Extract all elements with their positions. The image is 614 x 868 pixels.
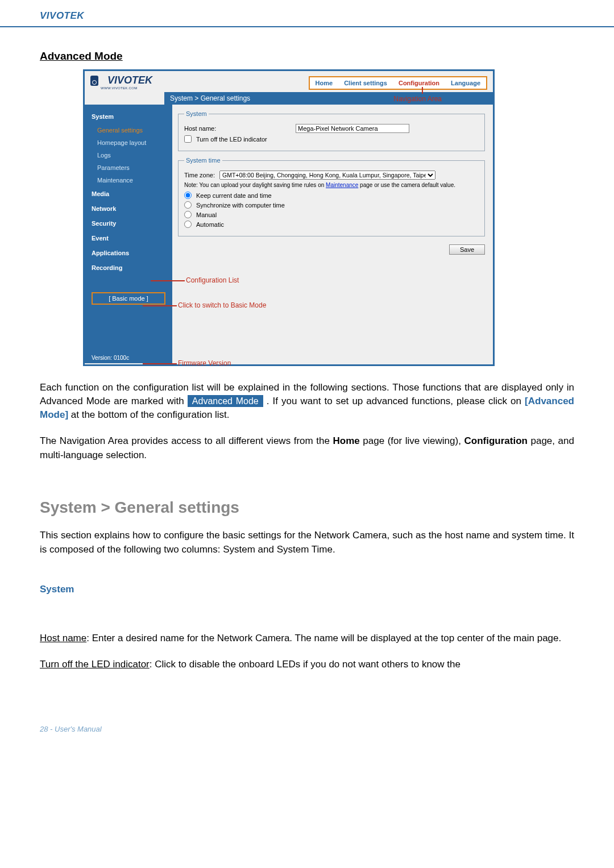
sidebar-item-homepage-layout[interactable]: Homepage layout [85,136,172,149]
led-checkbox[interactable] [184,135,192,143]
timezone-label: Time zone: [184,172,215,178]
logo-text: VIVOTEK [101,74,152,86]
page-content: Advanced Mode VIVOTEK WWW.VIVOTEK.COM Ho… [0,27,614,688]
section-title: Advanced Mode [40,50,574,63]
sidebar-item-recording[interactable]: Recording [85,260,172,275]
callout-configuration-list: Configuration List [186,276,239,284]
nav-language[interactable]: Language [445,77,486,89]
radio-auto-label: Automatic [196,221,224,228]
heading-system-general: System > General settings [40,496,574,519]
nav-client-settings[interactable]: Client settings [338,77,393,89]
sidebar-item-applications[interactable]: Applications [85,246,172,260]
sidebar-item-system[interactable]: System [85,109,172,124]
system-fieldset: System Host name: Turn off the LED indic… [178,110,485,151]
brand-text: VIVOTEK [40,10,84,21]
config-ui-screenshot: VIVOTEK WWW.VIVOTEK.COM Home Client sett… [83,69,495,366]
radio-keep-current[interactable] [184,192,192,199]
system-time-fieldset: System time Time zone: GMT+08:00 Beijing… [178,157,485,236]
ui-topbar: VIVOTEK WWW.VIVOTEK.COM Home Client sett… [85,71,493,92]
sidebar-item-security[interactable]: Security [85,216,172,231]
sidebar-item-logs[interactable]: Logs [85,149,172,161]
radio-manual[interactable] [184,211,192,218]
nav-area: Home Client settings Configuration Langu… [309,76,487,90]
callout-navigation-area: Navigation Area [393,95,442,103]
sidebar-item-general-settings[interactable]: General settings [85,124,172,136]
advanced-mode-badge: Advanced Mode [188,395,263,407]
host-name-label: Host name: [184,125,224,132]
basic-mode-button[interactable]: [ Basic mode ] [92,292,165,305]
nav-home[interactable]: Home [310,77,339,89]
timezone-select[interactable]: GMT+08:00 Beijing, Chongqing, Hong Kong,… [219,171,435,180]
radio-manual-label: Manual [196,211,217,218]
paragraph-2: The Navigation Area provides access to a… [40,434,574,462]
camera-icon [90,76,98,86]
page-header: VIVOTEK [0,0,614,27]
sidebar-item-maintenance[interactable]: Maintenance [85,174,172,186]
sidebar-item-media[interactable]: Media [85,186,172,201]
radio-sync-label: Synchronize with computer time [196,202,285,209]
paragraph-3: This section explains how to configure t… [40,529,574,556]
main-panel: System Host name: Turn off the LED indic… [172,105,493,363]
radio-sync[interactable] [184,201,192,209]
nav-configuration[interactable]: Configuration [393,77,445,89]
heading-system: System [40,583,574,596]
sidebar-item-parameters[interactable]: Parameters [85,161,172,174]
radio-automatic[interactable] [184,221,192,228]
led-label: Turn off the LED indicator [196,136,267,143]
breadcrumb: System > General settings [164,92,493,105]
legend-system: System [184,110,209,117]
sidebar-item-event[interactable]: Event [85,231,172,246]
sidebar-item-network[interactable]: Network [85,201,172,216]
body-text: Each function on the configuration list … [40,381,574,671]
logo-subtext: WWW.VIVOTEK.COM [101,86,152,90]
callout-firmware-version: Firmware Version [178,359,231,367]
dst-note: Note: You can upload your daylight savin… [184,182,479,188]
paragraph-led: Turn off the LED indicator: Click to dis… [40,658,574,671]
logo: VIVOTEK WWW.VIVOTEK.COM [90,74,152,90]
maintenance-link[interactable]: Maintenance [326,182,358,188]
page-footer: 28 - User's Manual [0,688,614,745]
paragraph-1: Each function on the configuration list … [40,381,574,422]
paragraph-host-name: Host name: Enter a desired name for the … [40,632,574,645]
sidebar: System General settings Homepage layout … [85,105,172,363]
firmware-version: Version: 0100c [92,355,129,361]
legend-system-time: System time [184,157,222,164]
callout-basic-mode: Click to switch to Basic Mode [178,301,266,309]
radio-keep-label: Keep current date and time [196,192,272,199]
save-button[interactable]: Save [449,244,485,255]
host-name-input[interactable] [296,124,409,133]
